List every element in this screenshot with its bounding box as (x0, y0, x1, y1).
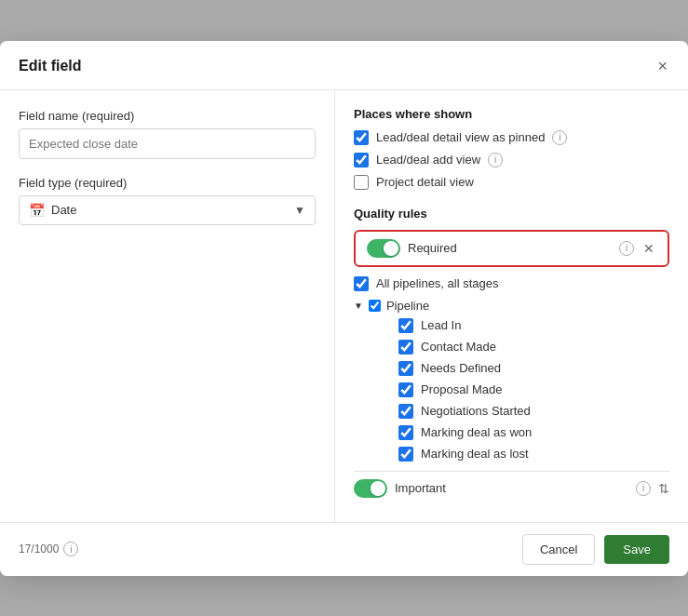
modal-header: Edit field × (0, 41, 688, 90)
chevron-down-icon: ▼ (294, 204, 305, 217)
sort-icon[interactable]: ⇅ (658, 481, 669, 496)
stage-marking-deal-lost-label: Marking deal as lost (421, 447, 529, 461)
stage-marking-deal-lost: Marking deal as lost (398, 447, 669, 462)
place-lead-deal-add: Lead/deal add view i (354, 153, 669, 167)
right-panel: Places where shown Lead/deal detail view… (335, 90, 688, 522)
edit-field-modal: Edit field × Field name (required) Field… (0, 41, 688, 576)
stage-marking-deal-won-checkbox[interactable] (398, 425, 413, 440)
field-name-section: Field name (required) (19, 109, 316, 159)
place-lead-deal-add-checkbox[interactable] (354, 153, 369, 167)
stage-proposal-made: Proposal Made (398, 382, 669, 397)
stage-negotiations-started-label: Negotiations Started (421, 404, 531, 418)
important-toggle[interactable] (354, 479, 387, 498)
stage-lead-in: Lead In (398, 318, 669, 333)
places-title: Places where shown (354, 107, 669, 121)
field-name-input[interactable] (19, 128, 316, 159)
calendar-icon: 📅 (29, 203, 45, 218)
quality-rules-section: Quality rules Required i ✕ (354, 207, 669, 505)
pipeline-group: ▼ Pipeline Lead In (354, 299, 669, 462)
stage-contact-made-label: Contact Made (421, 340, 496, 354)
required-rule-close-button[interactable]: ✕ (641, 239, 656, 258)
modal-title: Edit field (19, 58, 82, 74)
pipeline-label: Pipeline (386, 299, 429, 313)
field-type-section: Field type (required) 📅 Date ▼ (19, 176, 316, 225)
required-toggle-thumb (384, 241, 398, 256)
stage-marking-deal-won-label: Marking deal as won (421, 425, 532, 439)
close-button[interactable]: × (655, 56, 669, 76)
collapse-arrow-icon[interactable]: ▼ (354, 301, 363, 311)
stage-marking-deal-won: Marking deal as won (398, 425, 669, 440)
info-icon-char-count[interactable]: i (63, 542, 78, 556)
info-icon-important[interactable]: i (636, 481, 651, 496)
place-lead-deal-pinned-checkbox[interactable] (354, 130, 369, 145)
pipeline-section: All pipelines, all stages ▼ Pipeline (354, 276, 669, 462)
info-icon-required[interactable]: i (619, 241, 634, 256)
stage-lead-in-checkbox[interactable] (398, 318, 413, 333)
required-toggle-track (367, 239, 400, 258)
save-button[interactable]: Save (604, 535, 669, 564)
stage-proposal-made-checkbox[interactable] (398, 382, 413, 397)
char-count-value: 17/1000 (19, 542, 59, 556)
required-label: Required (408, 241, 612, 255)
pipeline-stages: Lead In Contact Made Needs Defined (398, 318, 669, 462)
important-label: Important (395, 481, 628, 495)
info-icon-lead-pinned[interactable]: i (552, 130, 567, 145)
field-type-select[interactable]: 📅 Date ▼ (19, 195, 316, 225)
stage-needs-defined-checkbox[interactable] (398, 361, 413, 376)
info-icon-lead-add[interactable]: i (488, 153, 503, 167)
place-project-detail-checkbox[interactable] (354, 175, 369, 190)
required-rule-row: Required i ✕ (354, 230, 669, 267)
pipeline-header: ▼ Pipeline (354, 299, 669, 313)
stage-contact-made-checkbox[interactable] (398, 340, 413, 355)
field-type-label: Field type (required) (19, 176, 316, 190)
stage-proposal-made-label: Proposal Made (421, 382, 502, 396)
place-lead-deal-add-label: Lead/deal add view (376, 153, 480, 167)
char-count: 17/1000 i (19, 542, 78, 556)
all-pipelines-label: All pipelines, all stages (376, 276, 499, 290)
place-project-detail: Project detail view (354, 175, 669, 190)
modal-body: Field name (required) Field type (requir… (0, 90, 688, 522)
quality-rules-title: Quality rules (354, 207, 669, 221)
stage-needs-defined: Needs Defined (398, 361, 669, 376)
modal-overlay: Edit field × Field name (required) Field… (0, 0, 688, 616)
modal-footer: 17/1000 i Cancel Save (0, 522, 688, 576)
stage-negotiations-started-checkbox[interactable] (398, 404, 413, 419)
field-type-value: Date (51, 203, 294, 217)
important-toggle-thumb (371, 481, 385, 496)
stage-contact-made: Contact Made (398, 340, 669, 355)
stage-marking-deal-lost-checkbox[interactable] (398, 447, 413, 462)
cancel-button[interactable]: Cancel (522, 534, 595, 565)
required-toggle[interactable] (367, 239, 400, 258)
place-lead-deal-pinned-label: Lead/deal detail view as pinned (376, 130, 545, 144)
stage-lead-in-label: Lead In (421, 318, 461, 332)
important-row: Important i ⇅ (354, 471, 669, 505)
places-section: Places where shown Lead/deal detail view… (354, 107, 669, 190)
stage-negotiations-started: Negotiations Started (398, 404, 669, 419)
left-panel: Field name (required) Field type (requir… (0, 90, 335, 522)
all-pipelines-row: All pipelines, all stages (354, 276, 669, 291)
pipeline-checkbox[interactable] (369, 300, 381, 312)
all-pipelines-checkbox[interactable] (354, 276, 369, 291)
stage-needs-defined-label: Needs Defined (421, 361, 501, 375)
place-project-detail-label: Project detail view (376, 175, 474, 189)
place-lead-deal-pinned: Lead/deal detail view as pinned i (354, 130, 669, 145)
field-name-label: Field name (required) (19, 109, 316, 123)
